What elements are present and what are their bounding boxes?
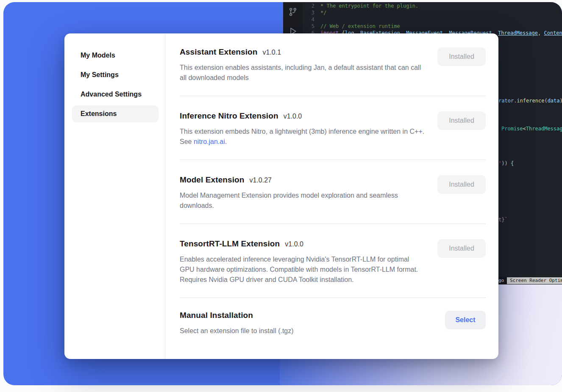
manual-installation-title: Manual Installation <box>180 311 253 320</box>
manual-installation-row: Manual Installation Select an extension … <box>180 298 486 349</box>
extension-version: v1.0.1 <box>263 49 281 56</box>
code-area: 2* The entrypoint for the plugin. 3*/ 4 … <box>303 3 562 36</box>
installed-button[interactable]: Installed <box>437 111 486 130</box>
code-fragment: t}` <box>498 217 508 223</box>
extension-title: Inference Nitro Extension <box>180 111 278 121</box>
line-number: 2 <box>303 3 314 9</box>
code-line: 2* The entrypoint for the plugin. <box>303 3 562 9</box>
extension-row-assistant: Assistant Extension v1.0.1 This extensio… <box>180 33 486 96</box>
extension-description: Enables accelerated inference leveraging… <box>180 254 425 285</box>
code-fragment: Promise<ThreadMessage> <box>501 126 562 132</box>
sidebar-item-my-models[interactable]: My Models <box>72 47 159 64</box>
manual-installation-description: Select an extension file to install (.tg… <box>180 326 430 336</box>
installed-button[interactable]: Installed <box>437 239 486 258</box>
extension-info: Assistant Extension v1.0.1 This extensio… <box>180 47 437 83</box>
extension-version: v1.0.0 <box>285 240 303 248</box>
code-line: 4 <box>303 16 562 23</box>
extension-row-tensorrt: TensortRT-LLM Extension v1.0.0 Enables a… <box>180 224 486 298</box>
select-file-button[interactable]: Select <box>445 311 486 329</box>
extension-title: TensortRT-LLM Extension <box>180 239 280 248</box>
nitro-jan-ai-link[interactable]: nitro.jan.ai. <box>194 138 227 145</box>
sidebar-item-my-settings[interactable]: My Settings <box>72 66 159 83</box>
extension-info: Inference Nitro Extension v1.0.0 This ex… <box>180 111 437 147</box>
installed-button[interactable]: Installed <box>437 47 486 66</box>
installed-button[interactable]: Installed <box>437 175 486 194</box>
sidebar-item-advanced-settings[interactable]: Advanced Settings <box>72 86 159 103</box>
line-number: 5 <box>303 23 314 30</box>
source-control-icon[interactable] <box>288 7 298 17</box>
settings-modal: My Models My Settings Advanced Settings … <box>64 33 498 359</box>
sidebar-item-extensions[interactable]: Extensions <box>72 105 159 122</box>
line-number: 4 <box>303 16 314 23</box>
extension-description: This extension embeds Nitro, a lightweig… <box>180 127 425 147</box>
code-fragment: ')) { <box>498 160 514 166</box>
code-text: // Web / extension runtime <box>320 23 400 30</box>
extension-title: Model Extension <box>180 175 244 185</box>
screen-reader-chip[interactable]: Screen Reader Optimized <box>507 277 562 284</box>
settings-sidebar: My Models My Settings Advanced Settings … <box>64 33 165 359</box>
code-line: 5// Web / extension runtime <box>303 23 562 30</box>
extension-version: v1.0.0 <box>284 113 302 120</box>
extension-description: This extension enables assistants, inclu… <box>180 63 425 83</box>
code-text: */ <box>320 9 326 16</box>
extension-info: TensortRT-LLM Extension v1.0.0 Enables a… <box>180 239 437 285</box>
extension-version: v1.0.27 <box>249 177 271 184</box>
extension-row-nitro: Inference Nitro Extension v1.0.0 This ex… <box>180 96 486 160</box>
code-fragment: rator.inference(data)); <box>498 98 562 104</box>
status-text: go <box>498 277 504 284</box>
extension-description: Model Management Extension provides mode… <box>180 190 425 211</box>
extensions-list: Assistant Extension v1.0.1 This extensio… <box>165 33 498 359</box>
code-text: * The entrypoint for the plugin. <box>320 3 418 9</box>
line-number: 3 <box>303 9 314 16</box>
manual-installation-info: Manual Installation Select an extension … <box>180 311 442 336</box>
code-line: 3*/ <box>303 9 562 16</box>
extension-row-model: Model Extension v1.0.27 Model Management… <box>180 160 486 224</box>
extension-info: Model Extension v1.0.27 Model Management… <box>180 175 437 211</box>
extension-title: Assistant Extension <box>180 47 258 57</box>
